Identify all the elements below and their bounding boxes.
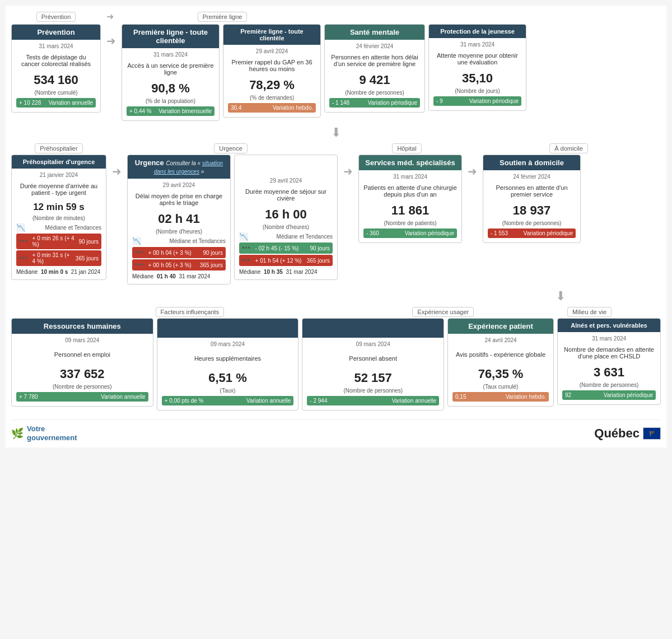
card-experience-desc: Avis positifs - expérience globale: [452, 344, 549, 365]
card-aines-value: 3 631: [562, 365, 656, 380]
card-hopital: Services méd. spécialisés 31 mars 2024 P…: [358, 155, 462, 243]
card-domicile-header: Soutien à domicile: [483, 155, 580, 170]
card-premiere1-desc: Accès à un service de première ligne: [127, 59, 214, 79]
card-urgence2-value: 16 h 00: [239, 207, 333, 222]
card-prevention-desc: Tests de dépistage du cancer colorectal …: [16, 50, 96, 71]
arrow-row1-1: ➜: [104, 34, 118, 48]
card-prehospitalier-value: 12 min 59 s: [16, 202, 101, 213]
card-protection-value: 35,10: [433, 71, 521, 86]
card-prehospitalier-header: Préhospitalier d'urgence: [12, 155, 106, 169]
card-prehospitalier-date: 21 janvier 2024: [16, 172, 101, 178]
card-rh1-date: 09 mars 2024: [16, 337, 148, 343]
card-rh2-desc: Heures supplémentaires: [162, 348, 294, 369]
card-hopital-unit: (Nombre de patients): [363, 220, 457, 226]
urgence-label: Urgence: [214, 143, 248, 153]
quebec-logo: Québec 🏴: [594, 426, 661, 441]
down-arrow-2: ⬇: [556, 289, 566, 304]
card-urgence2-date: 29 avril 2024: [239, 178, 333, 184]
card-aines-desc: Nombre de demandes en attente d'une plac…: [562, 343, 656, 363]
card-sante: Santé mentale 24 février 2024 Personnes …: [324, 24, 425, 113]
quebec-flag-icon: 🏴: [643, 427, 661, 440]
card-aines: Aînés et pers. vulnérables 31 mars 2024 …: [557, 318, 661, 405]
card-premiere2-date: 29 avril 2024: [228, 48, 316, 54]
card-premiere2-desc: Premier rappel du GAP en 36 heures ou mo…: [228, 55, 316, 76]
arrow-row2-1: ➜: [110, 165, 124, 178]
card-domicile-value: 18 937: [488, 203, 576, 218]
chart-icon-u2: 📉: [239, 232, 248, 241]
card-prehospitalier-var2: ••• + 0 min 31 s (+ 4 %) 365 jours: [16, 250, 101, 266]
card-domicile-unit: (Nombre de personnes): [488, 220, 576, 226]
card-urgence1-mediane: Médiane 01 h 40 31 mar 2024: [132, 272, 226, 281]
votre-gouvernement-logo: 🌿 Votre gouvernement: [11, 425, 77, 442]
card-premiere2-value: 78,29 %: [228, 78, 316, 92]
chart-icon: 📉: [16, 223, 25, 232]
card-hopital-date: 31 mars 2024: [363, 174, 457, 180]
card-domicile-date: 24 février 2024: [488, 174, 576, 180]
page: Prévention ➜ Première ligne Prévention 3…: [6, 6, 666, 447]
card-sante-desc: Personnes en attente hors délai d'un ser…: [329, 50, 420, 71]
card-hopital-header: Services méd. spécialisés: [359, 155, 461, 170]
card-premiere1-value: 90,8 %: [127, 81, 214, 96]
card-sante-date: 24 février 2024: [329, 43, 420, 49]
arrow-row2-3: ➜: [465, 165, 479, 178]
card-protection-header: Protection de la jeunesse: [429, 25, 526, 38]
card-rh2-value: 6,51 %: [162, 371, 294, 385]
card-urgence1-var2: ••• + 00 h 05 (+ 3 %) 365 jours: [132, 259, 226, 270]
card-prevention-unit: (Nombre cumulé): [16, 90, 96, 96]
card-protection-date: 31 mars 2024: [433, 41, 521, 48]
hopital-label: Hôpital: [392, 143, 421, 153]
card-urgence1-desc: Délai moyen de prise en charge après le …: [132, 189, 226, 209]
milieu-label: Milieu de vie: [567, 307, 612, 317]
card-prevention-value: 534 160: [16, 73, 96, 87]
card-urgence1-unit: (Nombre d'heures): [132, 228, 226, 235]
card-experience-value: 76,35 %: [452, 367, 549, 381]
card-premiere2: Première ligne - toute clientèle 29 avri…: [223, 24, 321, 118]
card-rh3-header-placeholder: [302, 319, 444, 338]
card-rh2-unit: (Taux): [162, 388, 294, 394]
card-aines-var: 92 Variation périodique: [562, 390, 656, 400]
card-rh3-var: - 2 944 Variation annuelle: [307, 396, 439, 405]
card-rh2-header-placeholder: [157, 319, 298, 338]
card-rh3-desc: Personnel absent: [307, 348, 439, 369]
card-rh3-unit: (Nombre de personnes): [307, 388, 439, 394]
card-sante-unit: (Nombre de personnes): [329, 90, 420, 96]
card-urgence2-mediane: Médiane 10 h 35 31 mar 2024: [239, 267, 333, 276]
card-experience-unit: (Taux cumulé): [452, 384, 549, 390]
card-aines-unit: (Nombre de personnes): [562, 382, 656, 388]
card-urgence2-var2: ••• + 01 h 54 (+ 12 %) 365 jours: [239, 255, 333, 266]
domicile-label: À domicile: [549, 143, 588, 153]
prehospitalier-label: Préhospitalier: [35, 143, 82, 153]
card-rh1-value: 337 652: [16, 367, 148, 381]
card-premiere1-var: + 0,44 % Variation bimensuelle: [127, 106, 214, 116]
arrow-row2-2: ➜: [341, 165, 355, 178]
card-domicile-desc: Personnes en attente d'un premier servic…: [488, 181, 576, 201]
card-rh2: 09 mars 2024 Heures supplémentaires 6,51…: [157, 318, 299, 411]
footer: 🌿 Votre gouvernement Québec 🏴: [11, 419, 661, 442]
card-urgence1-header: Urgence Consulter la « situation dans le…: [128, 155, 230, 179]
card-experience-var: 0,15 Variation hebdo.: [452, 392, 549, 402]
card-prehospitalier-unit: (Nombre de minutes): [16, 215, 101, 221]
urgences-link[interactable]: situation dans les urgences: [154, 160, 223, 175]
card-premiere2-var: 30,4 Variation hebdo.: [228, 103, 316, 113]
card-urgence2-var1: ••• - 02 h 45 (- 15 %) 90 jours: [239, 242, 333, 254]
arrow-prev-to-premiere: ➜: [104, 11, 115, 22]
card-premiere1: Première ligne - toute clientèle 31 mars…: [122, 24, 220, 121]
card-rh1-var: + 7 780 Variation annuelle: [16, 392, 148, 402]
card-aines-header: Aînés et pers. vulnérables: [558, 319, 660, 332]
prevention-category-label: Prévention: [36, 12, 76, 22]
card-sante-var: - 1 148 Variation périodique: [329, 98, 420, 108]
card-urgence2-desc: Durée moyenne de séjour sur civière: [239, 185, 333, 205]
card-urgence1-value: 02 h 41: [132, 212, 226, 226]
card-protection-desc: Attente moyenne pour obtenir une évaluat…: [433, 49, 521, 69]
card-urgence2-header-spacer: [235, 155, 337, 174]
card-urgence1-date: 29 avril 2024: [132, 182, 226, 188]
leaf-icon: 🌿: [11, 427, 24, 440]
card-protection-var: - 9 Variation périodique: [433, 96, 521, 106]
card-protection-unit: (Nombre de jours): [433, 88, 521, 94]
card-urgence2-unit: (Nombre d'heures): [239, 224, 333, 230]
card-premiere1-unit: (% de la population): [127, 98, 214, 104]
card-rh1-header: Ressources humaines: [12, 319, 153, 334]
card-hopital-var: - 360 Variation périodique: [363, 228, 457, 238]
card-prehospitalier-mediane: Médiane 10 min 0 s 21 jan 2024: [16, 267, 101, 276]
card-prevention-header: Prévention: [12, 25, 100, 40]
